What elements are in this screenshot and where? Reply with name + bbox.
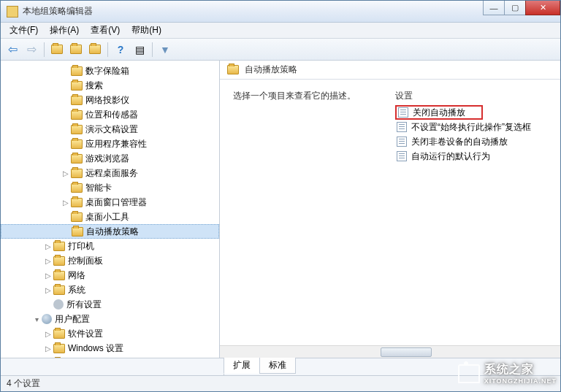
app-icon bbox=[7, 6, 18, 18]
setting-item[interactable]: 不设置“始终执行此操作”复选框 bbox=[395, 120, 549, 134]
tree-item[interactable]: 应用程序兼容性 bbox=[1, 137, 219, 151]
policy-icon bbox=[397, 151, 407, 161]
properties-button[interactable]: ▤ bbox=[131, 41, 148, 58]
tree-item[interactable]: 自动播放策略 bbox=[1, 224, 219, 239]
expander-icon[interactable]: ▷ bbox=[43, 330, 53, 338]
tree-item[interactable]: 演示文稿设置 bbox=[1, 122, 219, 137]
tree-item[interactable]: 位置和传感器 bbox=[1, 107, 219, 122]
setting-label: 不设置“始终执行此操作”复选框 bbox=[411, 121, 531, 134]
minimize-button[interactable]: — bbox=[483, 1, 505, 15]
tree-item[interactable]: 网络投影仪 bbox=[1, 93, 219, 107]
filter-button[interactable]: ▼ bbox=[156, 41, 174, 58]
main-area: 数字保险箱搜索网络投影仪位置和传感器演示文稿设置应用程序兼容性游戏浏览器▷远程桌… bbox=[1, 61, 560, 358]
folder-icon bbox=[53, 285, 65, 295]
tree-item-label: 管理模板 bbox=[68, 357, 103, 358]
tree-item[interactable]: ▷打印机 bbox=[1, 239, 219, 253]
tree-item[interactable]: ▷网络 bbox=[1, 268, 219, 283]
tree-item-label: 数字保险箱 bbox=[85, 65, 129, 77]
window-controls: — ▢ ✕ bbox=[484, 1, 560, 15]
tree-item[interactable]: 所有设置 bbox=[1, 297, 219, 312]
expander-icon[interactable]: ▷ bbox=[61, 199, 71, 207]
tree-item[interactable]: ▷软件设置 bbox=[1, 326, 219, 341]
arrow-left-icon: ⇦ bbox=[8, 42, 18, 56]
folder-icon bbox=[227, 65, 239, 74]
help-icon: ? bbox=[118, 44, 124, 55]
toolbar-separator bbox=[107, 42, 108, 57]
folder-icon bbox=[53, 256, 65, 266]
folder-icon bbox=[71, 66, 83, 76]
tree-item[interactable]: ▷管理模板 bbox=[1, 356, 219, 358]
help-button[interactable]: ? bbox=[112, 41, 129, 58]
scrollbar-thumb[interactable] bbox=[381, 347, 432, 357]
status-text: 4 个设置 bbox=[7, 377, 40, 390]
expander-icon[interactable]: ▷ bbox=[43, 272, 53, 280]
tree-item-label: 网络投影仪 bbox=[85, 94, 129, 107]
tree-item[interactable]: ▷Windows 设置 bbox=[1, 341, 219, 356]
tree-item[interactable]: 游戏浏览器 bbox=[1, 151, 219, 166]
expander-icon[interactable]: ▷ bbox=[43, 286, 53, 294]
close-button[interactable]: ✕ bbox=[525, 1, 560, 15]
menubar: 文件(F) 操作(A) 查看(V) 帮助(H) bbox=[1, 23, 560, 39]
show-hide-tree-button[interactable] bbox=[67, 41, 85, 58]
tree-item-label: 网络 bbox=[68, 269, 85, 282]
horizontal-scrollbar[interactable] bbox=[220, 345, 560, 358]
window: 本地组策略编辑器 — ▢ ✕ 文件(F) 操作(A) 查看(V) 帮助(H) ⇦… bbox=[0, 0, 561, 392]
tree-item-label: 用户配置 bbox=[55, 313, 90, 326]
column-header-title: 自动播放策略 bbox=[245, 64, 297, 76]
tree-item[interactable]: 搜索 bbox=[1, 78, 219, 93]
tree-item-label: 远程桌面服务 bbox=[85, 167, 138, 180]
tree-item-label: 控制面板 bbox=[68, 255, 103, 267]
properties-icon: ▤ bbox=[135, 44, 145, 55]
toolbar-separator bbox=[152, 42, 153, 57]
tab-extended[interactable]: 扩展 bbox=[224, 358, 260, 374]
tree-item[interactable]: 桌面小工具 bbox=[1, 210, 219, 224]
up-button[interactable] bbox=[48, 41, 66, 58]
settings-header: 设置 bbox=[395, 90, 549, 105]
expander-icon[interactable]: ▾ bbox=[31, 315, 42, 323]
tree-item[interactable]: ▷远程桌面服务 bbox=[1, 166, 219, 180]
nav-forward-button[interactable]: ⇨ bbox=[23, 41, 40, 58]
nav-back-button[interactable]: ⇦ bbox=[4, 41, 21, 58]
menu-action[interactable]: 操作(A) bbox=[44, 23, 85, 38]
tree-item-label: 打印机 bbox=[68, 240, 94, 253]
menu-view[interactable]: 查看(V) bbox=[85, 23, 126, 38]
tree-item[interactable]: ▷系统 bbox=[1, 283, 219, 297]
policy-icon bbox=[398, 107, 408, 118]
tab-standard[interactable]: 标准 bbox=[259, 358, 296, 374]
tree-pane[interactable]: 数字保险箱搜索网络投影仪位置和传感器演示文稿设置应用程序兼容性游戏浏览器▷远程桌… bbox=[1, 61, 220, 358]
expander-icon[interactable]: ▷ bbox=[43, 257, 53, 265]
menu-help[interactable]: 帮助(H) bbox=[126, 23, 167, 38]
tree-item[interactable]: ▷控制面板 bbox=[1, 253, 219, 268]
expander-icon[interactable]: ▷ bbox=[43, 345, 53, 353]
tree-item-label: 位置和传感器 bbox=[85, 109, 138, 121]
tab-spacer bbox=[1, 358, 224, 375]
bottom-tabs: 扩展 标准 bbox=[1, 358, 560, 375]
window-title: 本地组策略编辑器 bbox=[23, 5, 484, 18]
maximize-button[interactable]: ▢ bbox=[504, 1, 526, 15]
folder-icon bbox=[70, 45, 82, 54]
expander-icon[interactable]: ▷ bbox=[61, 169, 71, 177]
description-text: 选择一个项目来查看它的描述。 bbox=[233, 90, 375, 164]
export-button[interactable] bbox=[86, 41, 104, 58]
folder-icon bbox=[89, 45, 101, 54]
tree-item[interactable]: ▷桌面窗口管理器 bbox=[1, 195, 219, 210]
folder-icon bbox=[71, 154, 83, 164]
tree-item-user-config[interactable]: ▾用户配置 bbox=[1, 312, 219, 326]
tree-item-label: 自动播放策略 bbox=[86, 226, 139, 238]
expander-icon[interactable]: ▷ bbox=[43, 242, 53, 250]
setting-item[interactable]: 自动运行的默认行为 bbox=[395, 149, 549, 164]
folder-icon bbox=[72, 227, 83, 237]
setting-item[interactable]: 关闭自动播放 bbox=[395, 105, 483, 120]
menu-file[interactable]: 文件(F) bbox=[4, 23, 44, 38]
tree-item[interactable]: 智能卡 bbox=[1, 180, 219, 195]
tree-item-label: 软件设置 bbox=[68, 328, 103, 340]
setting-item[interactable]: 关闭非卷设备的自动播放 bbox=[395, 134, 549, 149]
tree-item[interactable]: 数字保险箱 bbox=[1, 64, 219, 78]
right-scroll-area bbox=[220, 169, 560, 358]
folder-icon bbox=[53, 242, 65, 251]
folder-icon bbox=[71, 198, 83, 207]
tree-item-label: 应用程序兼容性 bbox=[85, 138, 147, 150]
folder-icon bbox=[71, 96, 83, 105]
folder-icon bbox=[71, 139, 83, 149]
tree-item-label: 所有设置 bbox=[66, 299, 102, 311]
